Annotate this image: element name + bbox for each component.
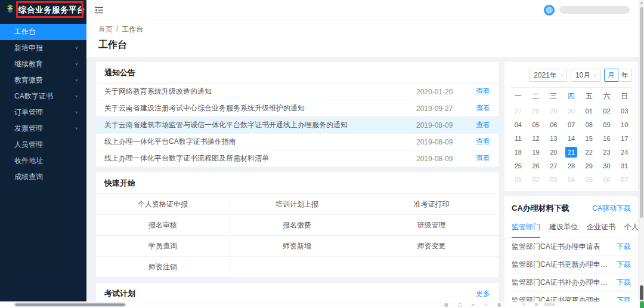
- calendar-day[interactable]: 14: [562, 131, 580, 145]
- calendar-day[interactable]: 07: [562, 118, 580, 131]
- notice-title[interactable]: 线上办理一体化平台数字证书流程图及所需材料清单: [104, 153, 408, 164]
- quick-start-item[interactable]: 师资注销: [96, 257, 230, 278]
- year-select[interactable]: 2021年 ∨: [529, 69, 567, 82]
- scrollbar[interactable]: ▲: [639, 0, 644, 301]
- scrollbar-thumb-secondary[interactable]: [640, 285, 643, 300]
- calendar-day[interactable]: 19: [527, 145, 545, 159]
- calendar-day[interactable]: 20: [544, 145, 562, 159]
- quick-start-item[interactable]: 个人资格证申报: [96, 194, 230, 215]
- quick-start-item[interactable]: 学员查询: [96, 236, 230, 257]
- quick-start-item[interactable]: 师资新增: [230, 236, 364, 257]
- calendar-day[interactable]: 03: [544, 173, 562, 186]
- notice-title[interactable]: 关于云南省建筑市场监管与诚信一体化平台数字证书开通线上办理服务的通知: [104, 120, 408, 130]
- notice-view-link[interactable]: 查看: [463, 87, 490, 97]
- sidebar-item[interactable]: 工作台: [0, 24, 86, 40]
- sidebar-item[interactable]: 订单管理∨: [0, 104, 86, 121]
- month-select[interactable]: 10月 ∨: [571, 69, 600, 82]
- calendar-day[interactable]: 13: [544, 131, 562, 145]
- calendar-day[interactable]: 17: [615, 131, 633, 145]
- sidebar-item[interactable]: 收件地址: [0, 153, 86, 169]
- ca-tab[interactable]: 企业证书: [587, 219, 615, 238]
- calendar-day[interactable]: 12: [527, 131, 545, 145]
- calendar-day[interactable]: 03: [615, 104, 633, 118]
- quick-start-item[interactable]: 准考证打印: [364, 194, 499, 215]
- ca-tab[interactable]: 监管部门: [512, 219, 540, 238]
- calendar-day[interactable]: 10: [615, 118, 633, 131]
- sidebar-item[interactable]: 新培申报∨: [0, 40, 86, 56]
- calendar-day[interactable]: 02: [598, 104, 616, 118]
- download-link[interactable]: 下载: [617, 260, 631, 270]
- notice-view-link[interactable]: 查看: [463, 137, 490, 147]
- calendar-day[interactable]: 06: [598, 173, 616, 186]
- month-mode-button[interactable]: 月: [604, 69, 618, 82]
- calendar-day[interactable]: 21: [562, 145, 580, 159]
- calendar-day[interactable]: 07: [615, 173, 633, 186]
- calendar-day[interactable]: 04: [509, 118, 527, 131]
- scrollbar-thumb[interactable]: [640, 7, 643, 218]
- calendar-day[interactable]: 15: [580, 131, 598, 145]
- notice-title[interactable]: 关于网络教育系统升级改造的通知: [104, 87, 408, 97]
- sidebar-item[interactable]: CA数字证书∨: [0, 88, 86, 104]
- calendar-day[interactable]: 29: [580, 159, 598, 173]
- calendar-day[interactable]: 01: [580, 104, 598, 118]
- menu-fold-icon[interactable]: [95, 7, 103, 14]
- breadcrumb-home[interactable]: 首页: [98, 24, 113, 35]
- quick-start-item[interactable]: 报名缴费: [230, 215, 364, 236]
- scroll-up-arrow-icon[interactable]: ▲: [639, 1, 644, 4]
- calendar-day[interactable]: 22: [580, 145, 598, 159]
- calendar-day[interactable]: 05: [527, 118, 545, 131]
- notice-title[interactable]: 线上办理一体化平台CA数字证书操作指南: [104, 137, 408, 147]
- calendar-day[interactable]: 23: [598, 145, 616, 159]
- calendar-day[interactable]: 16: [598, 131, 616, 145]
- calendar-day[interactable]: 05: [580, 173, 598, 186]
- notice-view-link[interactable]: 查看: [463, 120, 490, 130]
- calendar-day[interactable]: 28: [527, 104, 545, 118]
- calendar-day[interactable]: 25: [509, 159, 527, 173]
- quick-start-item[interactable]: 师资变更: [364, 236, 499, 257]
- calendar-day[interactable]: 28: [562, 159, 580, 173]
- year-mode-button[interactable]: 年: [618, 69, 632, 82]
- ca-tab[interactable]: 建设单位: [549, 219, 578, 238]
- calendar-day[interactable]: 30: [598, 159, 616, 173]
- notice-row: 线上办理一体化平台数字证书流程图及所需材料清单2019-08-09查看: [96, 150, 499, 167]
- calendar-day[interactable]: 11: [509, 131, 527, 145]
- calendar-day[interactable]: 31: [615, 159, 633, 173]
- quick-start-item[interactable]: 报名审核: [96, 215, 230, 236]
- download-link[interactable]: 下载: [617, 278, 631, 288]
- sidebar-item-label: 继续教育: [14, 59, 43, 69]
- calendar-day[interactable]: 24: [615, 145, 633, 159]
- calendar-day[interactable]: 06: [544, 118, 562, 131]
- notice-view-link[interactable]: 查看: [463, 103, 490, 113]
- calendar-day[interactable]: 18: [509, 145, 527, 159]
- notice-date: 2019-08-09: [416, 138, 463, 146]
- download-link[interactable]: 下载: [617, 242, 631, 252]
- notice-view-link[interactable]: 查看: [463, 153, 490, 164]
- chevron-down-icon: ∨: [75, 110, 78, 115]
- logo-row: 综合业务服务平台: [0, 0, 86, 20]
- page-title: 工作台: [98, 39, 632, 51]
- user-area: [544, 5, 630, 16]
- calendar-day[interactable]: 29: [544, 104, 562, 118]
- exam-plan-more-link[interactable]: 更多: [476, 289, 490, 299]
- ca-driver-download-link[interactable]: CA驱动下载: [592, 204, 631, 214]
- calendar-day[interactable]: 04: [562, 173, 580, 186]
- calendar-day[interactable]: 30: [562, 104, 580, 118]
- sidebar-item[interactable]: 成绩查询: [0, 169, 86, 185]
- calendar-day[interactable]: 09: [598, 118, 616, 131]
- statusbar-icon: ◌: [511, 303, 513, 307]
- calendar-day[interactable]: 01: [509, 173, 527, 186]
- calendar-day[interactable]: 02: [527, 173, 545, 186]
- calendar-day[interactable]: 26: [527, 159, 545, 173]
- notice-title[interactable]: 关于云南省建设注册考试中心综合业务服务系统升级维护的通知: [104, 103, 408, 113]
- sidebar-item[interactable]: 人员管理: [0, 137, 86, 153]
- sidebar-item[interactable]: 教育缴费∨: [0, 72, 86, 88]
- sidebar-item[interactable]: 发票管理∨: [0, 121, 86, 137]
- ca-material-name: 监管部门CA证书补办办理申请表: [512, 278, 612, 288]
- calendar-day[interactable]: 27: [544, 159, 562, 173]
- calendar-day[interactable]: 08: [580, 118, 598, 131]
- quick-start-item[interactable]: 班级管理: [364, 215, 499, 236]
- user-avatar[interactable]: [544, 5, 555, 16]
- calendar-day[interactable]: 27: [509, 104, 527, 118]
- quick-start-item[interactable]: 培训计划上报: [230, 194, 364, 215]
- sidebar-item[interactable]: 继续教育∨: [0, 56, 86, 72]
